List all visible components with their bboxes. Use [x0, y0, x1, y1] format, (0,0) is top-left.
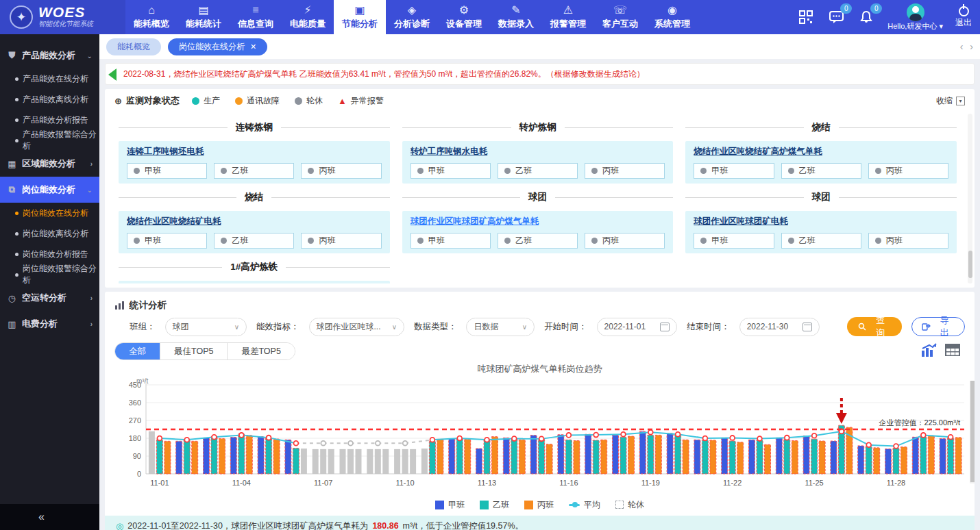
- status-dot: [134, 168, 140, 174]
- tab-post-efficiency-online[interactable]: 岗位能效在线分析✕: [168, 38, 267, 55]
- shift-b-button[interactable]: 乙班: [781, 233, 861, 249]
- trend-chart[interactable]: 090180270360450m³/t11-0111-0411-0711-101…: [114, 377, 971, 494]
- tab-energy-overview[interactable]: 能耗概览: [106, 38, 161, 55]
- tabs-scroll-right-icon[interactable]: ›: [970, 41, 973, 52]
- indicator-link[interactable]: 转炉工序吨钢水电耗: [411, 146, 665, 157]
- shift-b-button[interactable]: 乙班: [214, 233, 294, 249]
- sidebar-item-electricity-fee[interactable]: ▥电费分析›: [0, 311, 99, 337]
- indicator-link[interactable]: 连铸工序吨钢坯电耗: [127, 146, 382, 157]
- chevron-right-icon: ›: [90, 294, 93, 302]
- shift-b-button[interactable]: 乙班: [781, 163, 861, 179]
- user-menu[interactable]: Hello,研发中心 ▾: [887, 3, 943, 31]
- team-select[interactable]: 球团∨: [165, 318, 247, 336]
- indicator-link[interactable]: 烧结作业区吨烧结矿高炉煤气单耗: [694, 146, 948, 157]
- shift-a-button[interactable]: 甲班: [411, 163, 491, 179]
- shift-a-button[interactable]: 甲班: [694, 233, 774, 249]
- nav-item-system-management[interactable]: ◉系统管理: [646, 0, 698, 34]
- monitor-panel: ⊕监测对象状态 生产 通讯故障 轮休 ▲异常报警 收缩▾ 连铸炼钢 连铸工序吨钢…: [105, 89, 975, 288]
- shift-b-button[interactable]: 乙班: [498, 233, 578, 249]
- sidebar-subitem-post-online[interactable]: 岗位能效在线分析: [0, 203, 99, 223]
- monitor-scroll-area[interactable]: 连铸炼钢 连铸工序吨钢坯电耗 甲班 乙班 丙班 转炉炼钢 转炉工序吨钢水电耗: [105, 112, 975, 283]
- shift-c-button[interactable]: 丙班: [585, 233, 665, 249]
- sidebar-subitem-product-alarm[interactable]: 产品能效报警综合分析: [0, 130, 99, 151]
- sidebar-subitem-post-report[interactable]: 岗位能效分析报告: [0, 244, 99, 264]
- calendar-icon: [660, 323, 670, 331]
- indicator-link-selected[interactable]: 球团作业区吨球团矿高炉煤气单耗: [411, 216, 665, 227]
- nav-item-energy-overview[interactable]: ⌂能耗概览: [125, 0, 177, 34]
- chart-view-icon[interactable]: [921, 342, 938, 357]
- shift-b-button[interactable]: 乙班: [214, 163, 294, 179]
- monitor-scrollbar[interactable]: [968, 114, 972, 283]
- shift-c-button[interactable]: 丙班: [868, 233, 948, 249]
- sidebar-subitem-post-offline[interactable]: 岗位能效离线分析: [0, 223, 99, 244]
- datatype-select[interactable]: 日数据∨: [466, 318, 535, 336]
- view-tab-best-top5[interactable]: 最佳TOP5: [160, 343, 227, 359]
- export-button[interactable]: 导 出: [911, 317, 965, 336]
- indicator-select[interactable]: 球团作业区吨球...∨: [309, 318, 404, 336]
- sidebar-subitem-product-offline[interactable]: 产品能效离线分析: [0, 89, 99, 110]
- bullet-icon: [15, 98, 19, 101]
- nav-item-energy-saving-analysis[interactable]: ▣节能分析: [334, 0, 386, 34]
- scrollbar-thumb[interactable]: [968, 251, 972, 278]
- shift-b-button[interactable]: 乙班: [498, 163, 578, 179]
- collapse-panel-button[interactable]: 收缩▾: [936, 95, 965, 107]
- query-button[interactable]: 查 询: [847, 317, 901, 336]
- view-tab-worst-top5[interactable]: 最差TOP5: [227, 343, 294, 359]
- pause-circle-icon: ◷: [7, 293, 17, 303]
- shift-a-button[interactable]: 甲班: [127, 233, 207, 249]
- scrollbar-thumb[interactable]: [970, 381, 975, 482]
- sidebar-subitem-post-alarm[interactable]: 岗位能效报警综合分析: [0, 264, 99, 285]
- shift-c-button[interactable]: 丙班: [301, 233, 381, 249]
- nav-item-info-query[interactable]: ≡信息查询: [230, 0, 282, 34]
- shift-c-button[interactable]: 丙班: [585, 163, 665, 179]
- shift-c-button[interactable]: 丙班: [301, 163, 381, 179]
- shift-a-button[interactable]: 甲班: [411, 233, 491, 249]
- chevron-down-icon: ▾: [939, 22, 943, 30]
- nav-item-customer-interaction[interactable]: ☏客户互动: [594, 0, 646, 34]
- messages-icon[interactable]: 0: [827, 8, 845, 26]
- sidebar-item-product-efficiency[interactable]: ⛊产品能效分析⌄: [0, 42, 99, 68]
- stats-scrollbar[interactable]: [970, 381, 975, 483]
- globe-logo-icon: ✦: [10, 5, 33, 29]
- sidebar: ⛊产品能效分析⌄ 产品能效在线分析 产品能效离线分析 产品能效分析报告 产品能效…: [0, 34, 99, 530]
- svg-text:11-25: 11-25: [805, 479, 823, 487]
- top-navigation-bar: ✦ WOES 智能优化节能系统 ⌂能耗概览 ▤能耗统计 ≡信息查询 ⚡电能质量 …: [0, 0, 980, 34]
- start-date-input[interactable]: 2022-11-01: [597, 318, 678, 336]
- comm-fault-status-dot: [235, 97, 243, 105]
- table-view-icon[interactable]: [944, 342, 961, 357]
- main-content: 能耗概览 岗位能效在线分析✕ ‹› 2022-08-31，烧结作业区吨烧结矿高炉…: [99, 34, 980, 530]
- nav-item-alarm-management[interactable]: ⚠报警管理: [542, 0, 594, 34]
- sidebar-item-idle-analysis[interactable]: ◷空运转分析›: [0, 285, 99, 311]
- legend-label: 生产: [204, 95, 220, 107]
- end-date-input[interactable]: 2022-11-30: [739, 318, 820, 336]
- nav-item-device-management[interactable]: ⚙设备管理: [438, 0, 490, 34]
- qr-code-icon[interactable]: [797, 8, 815, 26]
- status-dot: [788, 168, 794, 174]
- sidebar-subitem-product-report[interactable]: 产品能效分析报告: [0, 110, 99, 130]
- view-tab-all[interactable]: 全部: [115, 343, 160, 359]
- shift-a-button[interactable]: 甲班: [127, 163, 207, 179]
- nav-item-energy-statistics[interactable]: ▤能耗统计: [177, 0, 230, 34]
- shift-c-button[interactable]: 丙班: [868, 163, 948, 179]
- sidebar-item-post-efficiency[interactable]: ⧉岗位能效分析⌄: [0, 177, 99, 203]
- svg-text:11-10: 11-10: [395, 479, 414, 487]
- sidebar-item-region-efficiency[interactable]: ▦区域能效分析›: [0, 151, 99, 177]
- monitor-card: 球团作业区吨球团矿高炉煤气单耗 甲班 乙班 丙班: [402, 211, 674, 253]
- legend-label: 甲班: [448, 499, 465, 511]
- logout-button[interactable]: 退出: [955, 6, 972, 29]
- view-tab-group: 全部 最佳TOP5 最差TOP5: [114, 342, 295, 360]
- clipboard-search-icon: ▣: [354, 4, 365, 16]
- nav-item-data-entry[interactable]: ✎数据录入: [490, 0, 542, 34]
- notifications-bell-icon[interactable]: 0: [857, 8, 875, 26]
- nav-item-power-quality[interactable]: ⚡电能质量: [282, 0, 334, 34]
- chart-legend: 甲班 乙班 丙班 平均 轮休: [114, 496, 965, 513]
- indicator-link[interactable]: 球团作业区吨球团矿电耗: [694, 216, 948, 227]
- sidebar-collapse-button[interactable]: «: [0, 504, 99, 530]
- sidebar-subitem-product-online[interactable]: 产品能效在线分析: [0, 68, 99, 89]
- nav-item-analysis-diagnosis[interactable]: ◈分析诊断: [386, 0, 438, 34]
- group-title: 球团: [528, 191, 547, 203]
- tabs-scroll-left-icon[interactable]: ‹: [960, 41, 964, 52]
- shift-a-button[interactable]: 甲班: [694, 163, 774, 179]
- indicator-link[interactable]: 烧结作业区吨烧结矿电耗: [127, 216, 382, 227]
- close-icon[interactable]: ✕: [250, 42, 256, 51]
